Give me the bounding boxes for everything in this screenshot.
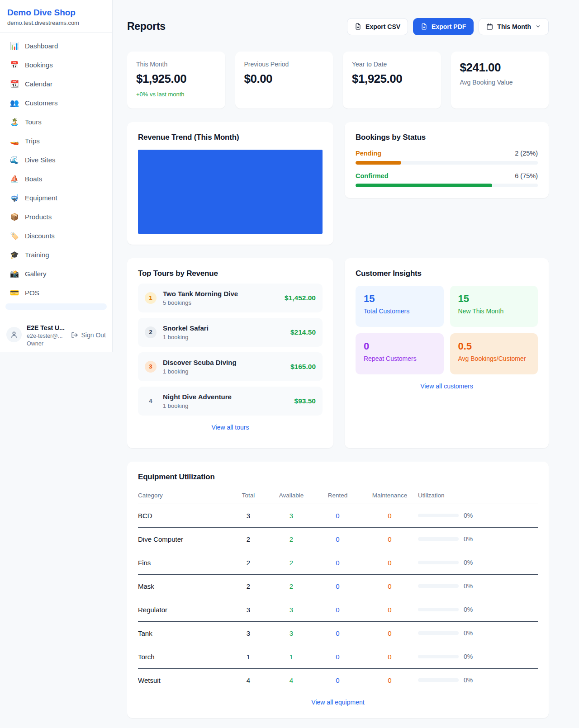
- cell-rented: 0: [314, 574, 361, 598]
- cell-rented: 0: [314, 621, 361, 645]
- stats-row: This Month $1,925.00 +0% vs last month P…: [127, 52, 549, 109]
- column-header-category: Category: [138, 488, 228, 504]
- status-row-pending: Pending 2 (25%): [356, 150, 538, 165]
- tile-label: New This Month: [458, 307, 530, 315]
- bookings-by-status-title: Bookings by Status: [356, 133, 538, 142]
- cell-category: BCD: [138, 504, 228, 527]
- tour-amount: $93.50: [290, 397, 316, 405]
- sailboat-icon: ⛵: [10, 175, 19, 183]
- tour-info: Discover Scuba Diving 1 booking: [163, 359, 237, 375]
- cell-rented: 0: [314, 551, 361, 574]
- status-progress-fill: [356, 184, 492, 187]
- sidebar-item-discounts[interactable]: 🏷️ Discounts: [5, 227, 107, 246]
- table-row: Tank 3 3 0 0 0%: [138, 621, 538, 645]
- cell-utilization: 0%: [418, 527, 538, 551]
- sidebar-item-dive-sites[interactable]: 🌊 Dive Sites: [5, 151, 107, 170]
- stat-label: This Month: [136, 61, 216, 68]
- utilization-percent: 0%: [464, 512, 473, 519]
- cell-available: 3: [269, 621, 314, 645]
- bar-chart-icon: 📊: [10, 43, 19, 50]
- cell-utilization: 0%: [418, 504, 538, 527]
- view-all-tours-link[interactable]: View all tours: [138, 423, 323, 431]
- stat-label: Previous Period: [244, 61, 324, 68]
- tour-amount: $165.00: [286, 363, 316, 371]
- sidebar-item-products[interactable]: 📦 Products: [5, 208, 107, 227]
- stat-card-year-to-date: Year to Date $1,925.00: [343, 52, 441, 109]
- view-all-equipment-link[interactable]: View all equipment: [138, 698, 538, 706]
- table-row: Fins 2 2 0 0 0%: [138, 551, 538, 574]
- sign-out-button[interactable]: Sign Out: [71, 331, 106, 339]
- people-icon: 👥: [10, 99, 19, 107]
- sidebar-item-reports-partial[interactable]: [5, 303, 107, 310]
- top-tours-card: Top Tours by Revenue 1 Two Tank Morning …: [127, 258, 333, 448]
- sidebar-item-equipment[interactable]: 🤿 Equipment: [5, 189, 107, 208]
- cell-available: 2: [269, 574, 314, 598]
- cell-utilization: 0%: [418, 574, 538, 598]
- insight-tile-new-this-month: 15 New This Month: [450, 286, 538, 327]
- column-header-maintenance: Maintenance: [361, 488, 418, 504]
- status-progress-track: [356, 161, 538, 165]
- package-icon: 📦: [10, 213, 19, 221]
- cell-category: Fins: [138, 551, 228, 574]
- logout-icon: [71, 331, 78, 339]
- cell-total: 2: [228, 527, 269, 551]
- revenue-trend-chart: [138, 150, 323, 234]
- sidebar-item-label: Trips: [25, 136, 40, 146]
- insight-tile-avg-bookings-customer: 0.5 Avg Bookings/Customer: [450, 333, 538, 374]
- utilization-percent: 0%: [464, 559, 473, 566]
- sidebar-item-bookings[interactable]: 📅 Bookings: [5, 56, 107, 75]
- customer-insights-card: Customer Insights 15 Total Customers 15 …: [345, 258, 549, 448]
- tour-bookings: 1 booking: [163, 402, 232, 409]
- tour-info: Two Tank Morning Dive 5 bookings: [163, 290, 238, 306]
- export-csv-button[interactable]: Export CSV: [347, 18, 408, 35]
- sidebar-nav: 📊 Dashboard 📅 Bookings 📆 Calendar 👥 Cust…: [0, 33, 112, 319]
- stat-card-avg-booking-value: $241.00 Avg Booking Value: [451, 52, 549, 109]
- cell-rented: 0: [314, 598, 361, 621]
- tile-label: Repeat Customers: [364, 355, 436, 362]
- file-download-icon: [421, 23, 427, 30]
- status-label: Pending: [356, 150, 381, 157]
- column-header-rented: Rented: [314, 488, 361, 504]
- stat-label: Year to Date: [352, 61, 432, 68]
- graduation-cap-icon: 🎓: [10, 251, 19, 259]
- cell-utilization: 0%: [418, 645, 538, 668]
- cell-utilization: 0%: [418, 621, 538, 645]
- view-all-customers-link[interactable]: View all customers: [356, 382, 538, 390]
- cell-rented: 0: [314, 668, 361, 690]
- sidebar-item-calendar[interactable]: 📆 Calendar: [5, 75, 107, 94]
- cell-total: 4: [228, 668, 269, 690]
- sidebar-item-tours[interactable]: 🏝️ Tours: [5, 113, 107, 132]
- utilization-bar: [418, 561, 459, 564]
- tour-info: Night Dive Adventure 1 booking: [163, 393, 232, 409]
- sidebar-item-customers[interactable]: 👥 Customers: [5, 94, 107, 113]
- cell-utilization: 0%: [418, 598, 538, 621]
- cell-maintenance: 0: [361, 551, 418, 574]
- utilization-percent: 0%: [464, 535, 473, 543]
- period-dropdown[interactable]: This Month: [479, 18, 549, 35]
- sidebar-item-gallery[interactable]: 📸 Gallery: [5, 265, 107, 284]
- cell-available: 4: [269, 668, 314, 690]
- cell-available: 3: [269, 504, 314, 527]
- cell-maintenance: 0: [361, 574, 418, 598]
- file-download-icon: [355, 23, 361, 30]
- sidebar-item-boats[interactable]: ⛵ Boats: [5, 170, 107, 189]
- sidebar-item-label: Gallery: [25, 269, 47, 279]
- cell-utilization: 0%: [418, 668, 538, 690]
- sidebar-item-label: Dive Sites: [25, 155, 56, 165]
- bookings-by-status-card: Bookings by Status Pending 2 (25%) Confi…: [345, 122, 549, 198]
- utilization-percent: 0%: [464, 676, 473, 684]
- utilization-percent: 0%: [464, 606, 473, 613]
- credit-card-icon: 💳: [10, 289, 19, 297]
- utilization-percent: 0%: [464, 582, 473, 590]
- sidebar-item-training[interactable]: 🎓 Training: [5, 246, 107, 265]
- cell-category: Mask: [138, 574, 228, 598]
- export-pdf-button[interactable]: Export PDF: [413, 18, 474, 35]
- tile-value: 15: [364, 293, 436, 305]
- sidebar-item-trips[interactable]: 🚤 Trips: [5, 132, 107, 151]
- sidebar-item-pos[interactable]: 💳 POS: [5, 284, 107, 303]
- sidebar-item-dashboard[interactable]: 📊 Dashboard: [5, 37, 107, 56]
- tag-icon: 🏷️: [10, 232, 19, 240]
- tile-label: Avg Bookings/Customer: [458, 355, 530, 362]
- main: Reports Export CSV Export PDF This Month…: [113, 0, 579, 718]
- tour-row-two-tank-morning-dive: 1 Two Tank Morning Dive 5 bookings $1,45…: [138, 284, 323, 312]
